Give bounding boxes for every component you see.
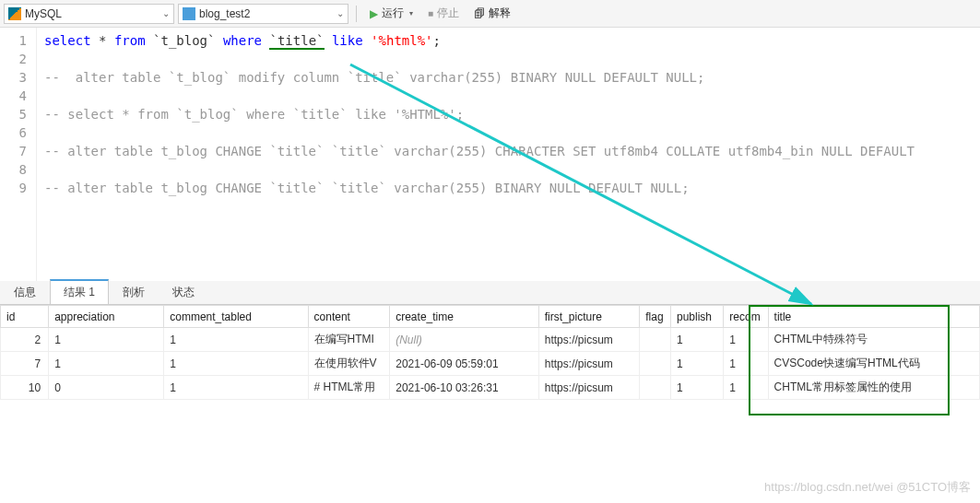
chevron-down-icon: ▾ (409, 9, 413, 18)
table-row[interactable]: 711在使用软件V2021-06-09 05:59:01https://pics… (1, 352, 980, 376)
results-panel: idappreciationcomment_tabledcontentcreat… (0, 305, 980, 400)
column-header[interactable]: flag (640, 306, 671, 328)
stop-label: 停止 (437, 6, 459, 21)
chevron-down-icon: ⌄ (337, 8, 344, 18)
table-header-row: idappreciationcomment_tabledcontentcreat… (1, 306, 980, 328)
stop-button[interactable]: ■ 停止 (422, 6, 465, 21)
column-header[interactable]: recom (724, 306, 768, 328)
table-row[interactable]: 1001# HTML常用2021-06-10 03:26:31https://p… (1, 376, 980, 400)
column-header[interactable]: create_time (390, 306, 539, 328)
column-header[interactable]: id (1, 306, 49, 328)
sql-editor[interactable]: 123456789 select * from `t_blog` where `… (0, 28, 980, 281)
results-table[interactable]: idappreciationcomment_tabledcontentcreat… (0, 305, 980, 400)
column-header[interactable]: first_picture (538, 306, 639, 328)
database-icon (183, 7, 195, 20)
stop-icon: ■ (428, 8, 433, 18)
explain-icon: 🗐 (474, 7, 485, 20)
tab-info[interactable]: 信息 (0, 280, 50, 304)
explain-label: 解释 (489, 6, 511, 21)
run-label: 运行 (382, 6, 404, 21)
result-tabs: 信息 结果 1 剖析 状态 (0, 281, 980, 305)
connection-dropdown[interactable]: MySQL ⌄ (4, 4, 174, 24)
line-gutter: 123456789 (0, 28, 37, 281)
column-header[interactable]: comment_tabled (164, 306, 308, 328)
mysql-icon (8, 7, 21, 20)
column-header[interactable]: publish (670, 306, 723, 328)
database-label: blog_test2 (199, 7, 250, 20)
database-dropdown[interactable]: blog_test2 ⌄ (178, 4, 348, 24)
column-header[interactable]: title (768, 306, 979, 328)
run-button[interactable]: ▶ 运行 ▾ (364, 6, 419, 21)
connection-label: MySQL (25, 7, 62, 20)
separator (356, 6, 357, 22)
chevron-down-icon: ⌄ (162, 8, 170, 18)
explain-button[interactable]: 🗐 解释 (468, 6, 516, 21)
tab-status[interactable]: 状态 (159, 280, 208, 304)
code-area[interactable]: select * from `t_blog` where `title` lik… (37, 28, 980, 281)
tab-result[interactable]: 结果 1 (50, 279, 109, 304)
tab-profile[interactable]: 剖析 (109, 280, 159, 304)
watermark: https://blog.csdn.net/wei @51CTO博客 (764, 479, 971, 496)
toolbar: MySQL ⌄ blog_test2 ⌄ ▶ 运行 ▾ ■ 停止 🗐 解释 (0, 0, 980, 28)
column-header[interactable]: appreciation (49, 306, 164, 328)
column-header[interactable]: content (308, 306, 390, 328)
table-row[interactable]: 211在编写HTMI(Null)https://picsum11CHTML中特殊… (1, 328, 980, 352)
play-icon: ▶ (370, 7, 378, 20)
